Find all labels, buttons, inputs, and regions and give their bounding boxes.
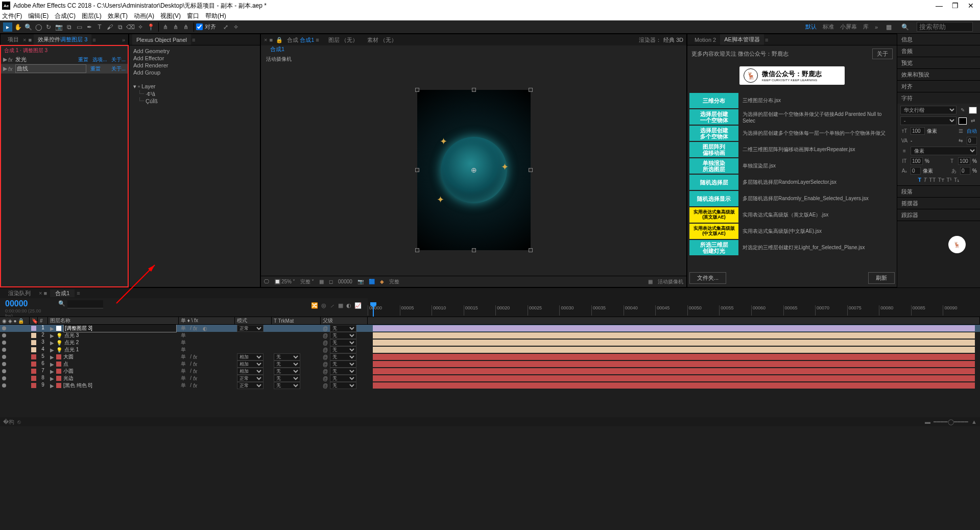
trkmat-dropdown[interactable]: 无 <box>274 360 300 368</box>
panel-align[interactable]: 对齐 <box>897 81 980 92</box>
layer-switches[interactable]: 单 <box>179 339 235 346</box>
label-color-swatch[interactable] <box>31 340 36 345</box>
panel-overflow-icon[interactable]: » <box>122 37 125 43</box>
visibility-toggle-icon[interactable] <box>2 362 6 366</box>
eyedropper-icon[interactable]: ✎ <box>959 107 967 113</box>
script-refresh-button[interactable]: 刷新 <box>868 272 895 284</box>
panel-paragraph[interactable]: 段落 <box>897 186 980 197</box>
hide-shy-icon[interactable]: ⟋ <box>329 303 335 309</box>
brush-tool-icon[interactable]: 🖌 <box>105 22 114 32</box>
script-about-button[interactable]: 关于 <box>872 49 893 59</box>
label-color-swatch[interactable] <box>31 362 36 367</box>
plexus-add-group[interactable]: Add Group <box>133 69 256 76</box>
trkmat-dropdown[interactable]: 无 <box>274 368 300 375</box>
plexus-add-effector[interactable]: Add Effector <box>133 55 256 62</box>
faux-italic-button[interactable]: T <box>923 177 927 183</box>
small-caps-button[interactable]: Tᴛ <box>938 177 945 183</box>
exposure-icon[interactable]: ▦ <box>648 279 653 284</box>
parent-dropdown[interactable]: 无 <box>330 360 356 368</box>
layer-switches[interactable]: 单 <box>179 332 235 339</box>
local-axis-icon[interactable]: ⋔ <box>161 22 170 32</box>
twirl-icon[interactable]: ▶ <box>50 362 54 367</box>
script-description[interactable]: 三维图层分布.jsx <box>738 93 895 108</box>
zoom-tool-icon[interactable]: 🔍 <box>23 22 33 32</box>
viewer-lock-icon[interactable]: × <box>264 37 267 43</box>
tab-comp-viewer[interactable]: 合成 合成1 ≡ <box>287 36 319 44</box>
text-tool-icon[interactable]: T <box>95 22 104 32</box>
light-gizmo-icon[interactable]: ✦ <box>437 194 444 205</box>
vscale-input[interactable] <box>911 157 923 165</box>
menu-composition[interactable]: 合成(C) <box>55 12 76 20</box>
frame-blend-icon[interactable]: ▦ <box>338 302 343 309</box>
snap-inside-icon[interactable]: ✧ <box>231 22 241 32</box>
parent-dropdown[interactable]: 无 <box>330 346 356 353</box>
tab-effect-controls[interactable]: 效果控件 调整图层 3 <box>34 34 91 45</box>
script-run-button[interactable]: 随机选择层 <box>689 175 738 190</box>
pickwhip-icon[interactable]: @ <box>323 333 328 339</box>
zoom-in-icon[interactable]: ▲ <box>971 419 977 425</box>
script-description[interactable]: 为选择的层创建多个空物体每一层一个单独的一个空物体并做父 <box>738 126 895 141</box>
workspace-small[interactable]: 小屏幕 <box>840 23 857 31</box>
selection-tool-icon[interactable]: ▸ <box>3 22 12 32</box>
baseline-input[interactable] <box>911 167 921 175</box>
timeline-layer-row[interactable]: 8 ▶ 光边 单 / fx 正常 无 @无 <box>0 375 980 382</box>
parent-dropdown[interactable]: 无 <box>330 375 356 382</box>
trkmat-dropdown[interactable]: 无 <box>274 382 300 389</box>
tab-source-viewer[interactable]: 素材 （无） <box>367 36 397 44</box>
leading-value[interactable]: 自动 <box>967 128 977 135</box>
trkmat-dropdown[interactable]: 无 <box>274 353 300 360</box>
menu-view[interactable]: 视图(V) <box>160 12 181 20</box>
timeline-layer-row[interactable]: 2 ▶ 💡 点光 3 单 @无 <box>0 332 980 339</box>
layer-switches[interactable]: 单 / fx <box>179 382 235 389</box>
subscript-button[interactable]: T₁ <box>954 177 960 183</box>
script-run-button[interactable]: 随机选择显示 <box>689 191 738 206</box>
workspace-library[interactable]: 库 <box>863 23 869 31</box>
layer-switches[interactable]: 单 / fx ◐ <box>179 325 235 332</box>
script-description[interactable]: 多层随机选择层RandomLayerSelector.jsx <box>738 175 895 190</box>
script-run-button[interactable]: 图层阵列 偏移动画 <box>689 142 738 157</box>
font-style-dropdown[interactable]: - <box>900 116 957 125</box>
visibility-toggle-icon[interactable] <box>2 383 6 388</box>
panel-wiggler[interactable]: 摇摆器 <box>897 198 980 209</box>
parent-dropdown[interactable]: 无 <box>330 368 356 375</box>
plexus-menu-icon[interactable]: ≡ <box>192 37 195 43</box>
pen-tool-icon[interactable]: ✒ <box>85 22 94 32</box>
pickwhip-icon[interactable]: @ <box>323 326 328 331</box>
layer-duration-bar[interactable] <box>373 368 975 374</box>
hscale-input[interactable] <box>958 157 970 165</box>
tab-comp-timeline[interactable]: 合成1 <box>50 290 75 297</box>
timeline-layer-row[interactable]: 1 ▶ [调整图层 3] 单 / fx ◐ 正常 @无 <box>0 325 980 332</box>
col-switches[interactable]: 单 ♦ \ fx <box>179 317 235 324</box>
layer-duration-bar[interactable] <box>373 375 975 381</box>
visibility-toggle-icon[interactable] <box>2 376 6 380</box>
toggle-switches-icon[interactable]: �构 <box>3 418 14 426</box>
orbit-tool-icon[interactable]: ◯ <box>34 22 43 32</box>
panel-audio[interactable]: 音频 <box>897 45 980 57</box>
font-family-dropdown[interactable]: 华文行楷 <box>900 106 957 114</box>
tracking-input[interactable] <box>967 137 977 144</box>
magnification-dropdown[interactable]: 🔲 25% ˅ <box>274 279 295 284</box>
comp-name-breadcrumb[interactable]: 合成1 <box>261 45 686 55</box>
graph-editor-icon[interactable]: 📈 <box>354 302 362 309</box>
workspace-default[interactable]: 默认 <box>805 23 817 31</box>
timeline-layer-row[interactable]: 4 ▶ 💡 点光 1 单 @无 <box>0 346 980 353</box>
layer-switches[interactable]: 单 / fx <box>179 360 235 368</box>
pickwhip-icon[interactable]: @ <box>323 362 328 367</box>
zoom-out-icon[interactable]: ▬ <box>925 419 930 425</box>
stroke-color-swatch[interactable] <box>959 117 967 125</box>
light-gizmo-icon[interactable]: ✦ <box>501 161 509 173</box>
timeline-layer-row[interactable]: 3 ▶ 💡 点光 2 单 @无 <box>0 339 980 346</box>
menu-layer[interactable]: 图层(L) <box>82 12 102 20</box>
col-trkmat[interactable]: T TrkMat <box>272 317 321 324</box>
plexus-tree-child[interactable]: ·¢¹â <box>133 90 256 98</box>
blend-mode-dropdown[interactable]: 相加 <box>237 368 264 375</box>
tab-project[interactable]: 项目 <box>4 34 23 45</box>
script-run-button[interactable]: 选择层创建 多个空物体 <box>689 126 738 141</box>
active-camera-dropdown[interactable]: 活动摄像机 <box>658 278 683 285</box>
plexus-add-renderer[interactable]: Add Renderer <box>133 62 256 69</box>
comp-flowchart-icon[interactable]: 🔀 <box>311 302 318 309</box>
stroke-over-dropdown[interactable]: 像素 <box>911 147 977 155</box>
color-mgmt-icon[interactable]: ◆ <box>380 279 384 284</box>
resolution-label[interactable]: 完整 <box>389 278 399 285</box>
blend-mode-dropdown[interactable]: 相加 <box>237 360 264 368</box>
